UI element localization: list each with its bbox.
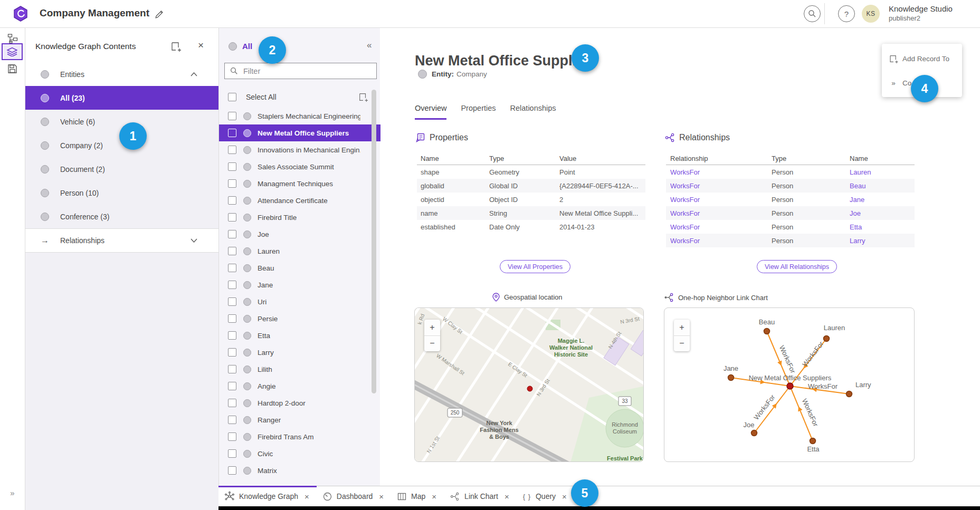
list-item[interactable]: Firebird Trans Am	[219, 428, 380, 445]
search-button[interactable]	[804, 5, 821, 22]
row-checkbox[interactable]	[228, 416, 236, 424]
zoom-out-button[interactable]: −	[424, 336, 440, 352]
row-checkbox[interactable]	[228, 162, 236, 171]
tab-knowledge-graph[interactable]: Knowledge Graph ×	[218, 486, 317, 506]
row-checkbox[interactable]	[228, 331, 236, 340]
row-checkbox[interactable]	[228, 129, 236, 137]
row-checkbox[interactable]	[228, 196, 236, 205]
tab-dashboard[interactable]: Dashboard ×	[317, 486, 391, 506]
graph-node[interactable]	[846, 391, 852, 397]
table-row: WorksForPersonBeau	[666, 179, 915, 193]
filter-input[interactable]	[242, 66, 376, 76]
entity-type-all[interactable]: All (23)	[25, 86, 218, 110]
row-checkbox[interactable]	[228, 247, 236, 255]
list-item[interactable]: Persie	[219, 310, 380, 327]
tab-properties[interactable]: Properties	[461, 104, 496, 120]
list-item[interactable]: Lauren	[219, 243, 380, 259]
list-item[interactable]: Firebird Title	[219, 209, 380, 226]
graph-node[interactable]	[824, 336, 830, 342]
zoom-in-button[interactable]: +	[424, 320, 440, 336]
expand-rail-icon[interactable]: »	[0, 488, 25, 497]
entities-section-header[interactable]: Entities	[25, 62, 218, 86]
tab-overview[interactable]: Overview	[415, 104, 446, 120]
select-all-row[interactable]: Select All	[219, 89, 380, 105]
list-item[interactable]: Matrix	[219, 462, 380, 479]
row-checkbox[interactable]	[228, 399, 236, 407]
user-identity[interactable]: Knowledge Studio publisher2	[889, 4, 953, 23]
add-panel-icon[interactable]	[170, 41, 181, 52]
save-tool-button[interactable]	[0, 61, 25, 76]
menu-item-add-record-to[interactable]: Add Record To	[882, 48, 962, 69]
row-checkbox[interactable]	[228, 264, 236, 272]
row-checkbox[interactable]	[228, 432, 236, 441]
list-item[interactable]: Beau	[219, 259, 380, 276]
list-item[interactable]: Attendance Certificate	[219, 192, 380, 209]
list-item[interactable]: Etta	[219, 327, 380, 344]
close-icon[interactable]: ×	[561, 492, 568, 501]
graph-node[interactable]	[728, 375, 734, 381]
list-item[interactable]: Angie	[219, 378, 380, 394]
list-item[interactable]: Larry	[219, 344, 380, 361]
list-item[interactable]: Sales Associate Summit	[219, 158, 380, 175]
graph-node[interactable]	[764, 329, 770, 334]
row-checkbox[interactable]	[228, 146, 236, 154]
edit-title-icon[interactable]	[154, 8, 165, 18]
add-record-icon[interactable]	[358, 92, 368, 102]
close-icon[interactable]: ×	[431, 492, 437, 501]
view-all-relationships-button[interactable]: View All Relationships	[757, 260, 837, 273]
graph-node[interactable]	[751, 430, 757, 436]
entity-type-person[interactable]: Person (10)	[25, 181, 218, 205]
row-checkbox[interactable]	[228, 112, 236, 120]
list-item[interactable]: Jane	[219, 276, 380, 293]
list-header[interactable]: All	[229, 42, 252, 51]
list-item[interactable]: Hardtop 2-door	[219, 394, 380, 411]
entity-type-document[interactable]: Document (2)	[25, 157, 218, 181]
row-checkbox[interactable]	[228, 281, 236, 289]
list-item-selected[interactable]: New Metal Office Suppliers	[219, 124, 380, 141]
close-icon[interactable]: ×	[503, 492, 510, 501]
list-item[interactable]: Civic	[219, 445, 380, 462]
entity-dot	[243, 112, 251, 120]
tab-relationships[interactable]: Relationships	[510, 104, 556, 120]
row-checkbox[interactable]	[228, 365, 236, 373]
tab-link-chart[interactable]: Link Chart ×	[444, 486, 517, 506]
view-all-properties-button[interactable]: View All Properties	[500, 260, 570, 273]
close-panel-icon[interactable]: ×	[198, 40, 204, 51]
collapse-panel-icon[interactable]: «	[367, 40, 372, 51]
relationships-section-header[interactable]: → Relationships	[25, 228, 218, 252]
scrollbar-thumb[interactable]	[372, 90, 376, 393]
properties-table: Name Type Value shapeGeometryPoint globa…	[417, 152, 645, 234]
list-item[interactable]: Staplers Mechanical Engineering	[219, 108, 380, 124]
row-checkbox[interactable]	[228, 314, 236, 323]
entity-type-conference[interactable]: Conference (3)	[25, 205, 218, 228]
close-icon[interactable]: ×	[378, 492, 385, 501]
list-item[interactable]: Joe	[219, 226, 380, 243]
row-checkbox[interactable]	[228, 179, 236, 188]
list-item[interactable]: Ranger	[219, 411, 380, 428]
geospatial-map[interactable]: W Clay St W Marshall St E Clay St N 3rd …	[414, 307, 644, 462]
select-all-checkbox[interactable]	[228, 93, 236, 101]
filter-box[interactable]	[224, 63, 377, 79]
link-chart[interactable]: WorksFor WorksFor WorksFor WorksFor Work…	[664, 307, 915, 462]
layers-tool-selected[interactable]	[2, 43, 23, 60]
list-item[interactable]: Uri	[219, 293, 380, 310]
center-graph-node[interactable]	[787, 383, 793, 389]
help-button[interactable]: ?	[838, 5, 855, 22]
tab-map[interactable]: Map ×	[391, 486, 444, 506]
zoom-in-button[interactable]: +	[674, 320, 690, 336]
list-item[interactable]: Managment Techniques	[219, 175, 380, 192]
row-checkbox[interactable]	[228, 230, 236, 238]
zoom-out-button[interactable]: −	[674, 336, 690, 352]
close-icon[interactable]: ×	[303, 492, 310, 501]
row-checkbox[interactable]	[228, 297, 236, 306]
row-checkbox[interactable]	[228, 466, 236, 475]
list-item[interactable]: Lilith	[219, 361, 380, 378]
list-item[interactable]: Innovations in Mechanical Engin...	[219, 141, 380, 158]
row-checkbox[interactable]	[228, 213, 236, 222]
row-checkbox[interactable]	[228, 449, 236, 458]
user-avatar[interactable]: KS	[862, 5, 880, 23]
graph-node[interactable]	[810, 438, 816, 444]
row-checkbox[interactable]	[228, 348, 236, 357]
tab-query[interactable]: { } Query ×	[517, 486, 574, 506]
row-checkbox[interactable]	[228, 382, 236, 390]
